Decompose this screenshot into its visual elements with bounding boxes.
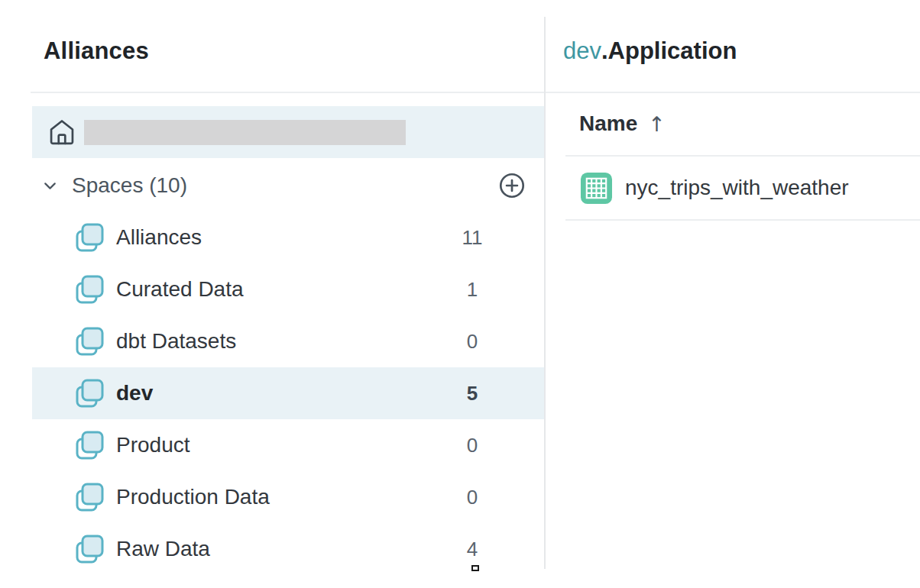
spaces-section-header[interactable]: Spaces (10) [32, 160, 545, 212]
dataset-table-icon [580, 172, 613, 205]
redacted-home-label [84, 120, 406, 145]
sidebar-item-dbt-datasets[interactable]: dbt Datasets 0 [32, 315, 545, 367]
sidebar-item-alliances[interactable]: Alliances 11 [32, 212, 545, 263]
sidebar-item-product[interactable]: Product 0 [32, 419, 545, 471]
space-layers-icon [74, 222, 105, 253]
home-row[interactable] [32, 106, 545, 158]
space-label: Curated Data [116, 277, 244, 302]
space-label: Raw Data [116, 537, 210, 561]
space-label: Production Data [116, 485, 270, 509]
space-count: 0 [449, 434, 495, 457]
chevron-down-icon[interactable] [40, 176, 60, 195]
space-layers-icon [74, 430, 105, 460]
space-count: 5 [449, 382, 495, 405]
title-divider [31, 92, 920, 93]
dataset-list-panel: dev.Application Name ↑ nyc_trips_with_we… [545, 0, 920, 588]
breadcrumb-space-link[interactable]: dev [563, 37, 601, 64]
space-label: dbt Datasets [116, 329, 236, 354]
space-label: dev [116, 381, 153, 405]
dataset-name: nyc_trips_with_weather [625, 176, 849, 200]
cursor-artifact [471, 565, 479, 571]
app-window: Alliances Spaces (10) [0, 0, 920, 588]
spaces-tree: Spaces (10) Alliances 11 [0, 106, 545, 575]
breadcrumb-current: Application [608, 37, 737, 64]
breadcrumb-separator: . [601, 37, 608, 64]
space-count: 0 [449, 486, 495, 509]
space-count: 1 [449, 278, 495, 302]
space-layers-icon [74, 274, 105, 305]
panel-divider [544, 17, 546, 569]
space-layers-icon [74, 326, 105, 357]
space-label: Alliances [116, 225, 202, 250]
sidebar-item-curated-data[interactable]: Curated Data 1 [32, 263, 545, 315]
home-icon [47, 118, 76, 147]
space-label: Product [116, 433, 190, 457]
table-row-divider [565, 219, 920, 221]
table-header-row: Name ↑ [545, 92, 920, 155]
sort-ascending-icon[interactable]: ↑ [648, 112, 666, 136]
page-title: Alliances [44, 37, 149, 65]
space-layers-icon [74, 534, 105, 564]
space-count: 0 [449, 330, 495, 354]
sidebar-item-raw-data[interactable]: Raw Data 4 [32, 523, 545, 575]
spaces-sidebar: Alliances Spaces (10) [0, 0, 545, 588]
add-space-button[interactable] [497, 171, 526, 200]
name-column-header[interactable]: Name [579, 111, 637, 136]
sidebar-item-production-data[interactable]: Production Data 0 [32, 471, 545, 523]
space-layers-icon [74, 378, 105, 409]
sidebar-item-dev[interactable]: dev 5 [32, 367, 545, 419]
breadcrumb: dev.Application [563, 37, 737, 65]
space-count: 4 [449, 538, 495, 561]
spaces-section-label: Spaces (10) [72, 173, 187, 198]
table-row[interactable]: nyc_trips_with_weather [545, 156, 920, 220]
space-count: 11 [449, 226, 495, 250]
space-layers-icon [74, 482, 105, 512]
